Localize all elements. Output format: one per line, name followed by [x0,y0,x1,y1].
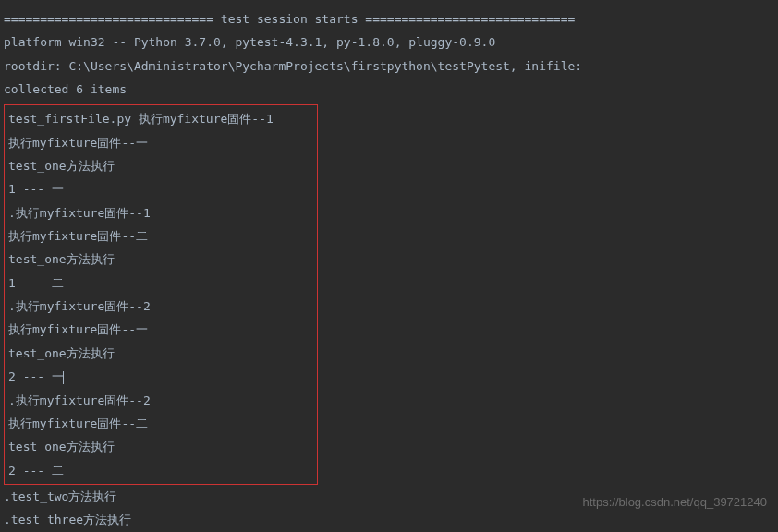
text-cursor [63,371,64,384]
box-line: 执行myfixture固件--二 [8,412,313,435]
box-line: 2 --- 二 [8,459,313,482]
platform-line: platform win32 -- Python 3.7.0, pytest-4… [4,30,774,54]
box-line: test_one方法执行 [8,342,313,365]
box-line: 执行myfixture固件--一 [8,318,313,341]
box-line: 执行myfixture固件--一 [8,131,313,154]
box-line: test_one方法执行 [8,154,313,177]
box-line: test_one方法执行 [8,435,313,458]
box-line: .执行myfixture固件--2 [8,295,313,318]
box-line: 1 --- 一 [8,177,313,200]
box-line: .执行myfixture固件--1 [8,201,313,224]
box-line: 执行myfixture固件--二 [8,224,313,248]
box-line: .执行myfixture固件--2 [8,389,313,412]
collected-line: collected 6 items [4,78,774,101]
rootdir-line: rootdir: C:\Users\Administrator\PycharmP… [4,54,774,78]
highlighted-output-box: test_firstFile.py 执行myfixture固件--1 执行myf… [4,104,318,485]
box-line: test_one方法执行 [8,248,313,271]
watermark-text: https://blog.csdn.net/qq_39721240 [583,490,768,514]
box-line: test_firstFile.py 执行myfixture固件--1 [8,107,313,130]
box-line: 1 --- 二 [8,272,313,295]
box-line-text: 2 --- 一 [8,369,64,383]
session-start-line: ============================= test sessi… [4,7,774,30]
box-line-with-cursor: 2 --- 一 [8,365,313,388]
